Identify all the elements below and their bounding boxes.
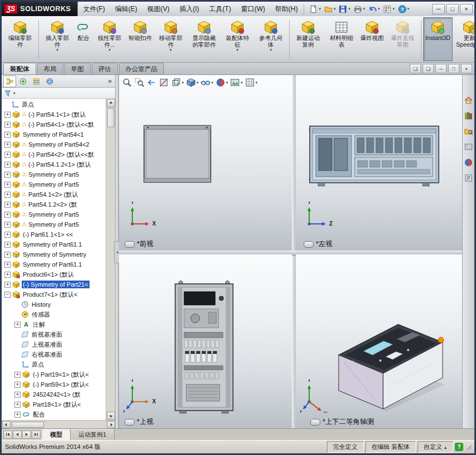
tree-item[interactable]: +24524242<1> (默 [2,389,106,399]
tree-item[interactable]: +⚠Symmetry of Part54<2 [2,139,106,149]
scroll-up-button[interactable] [107,99,115,107]
expand-toggle[interactable]: + [4,282,11,288]
first-tab-button[interactable] [3,431,12,439]
left-view-model[interactable] [307,122,442,188]
tree-item[interactable]: +(-) Part19<1> (默认< [2,369,106,379]
expand-toggle[interactable]: + [14,392,21,398]
expand-toggle[interactable]: + [4,142,11,148]
dropdown-caret-icon[interactable]: ▾ [393,7,395,11]
tree-item[interactable]: +⚠Symmetry of Part5 [2,209,106,219]
menu-tools[interactable]: 工具(T) [204,2,236,17]
dropdown-caret-icon[interactable]: ▾ [270,48,272,52]
tree-item[interactable]: 原点 [2,99,106,109]
dropdown-caret-icon[interactable]: ▾ [236,48,239,52]
previous-tab-button[interactable] [13,431,22,439]
tree-item[interactable]: 原点 [2,359,106,369]
tree-item[interactable]: +⚠Symmetry of Part5 [2,179,106,189]
dropdown-caret-icon[interactable]: ▾ [363,7,365,11]
smart-fasteners-button[interactable]: 智能扣件 [126,17,154,61]
scroll-left-button[interactable] [2,421,11,428]
expand-toggle[interactable]: + [4,202,11,208]
tree-item[interactable]: +Symmetry of Part54<1 [2,129,106,139]
dropdown-caret-icon[interactable]: ▾ [408,7,410,11]
tab-布局[interactable]: 布局 [37,63,63,74]
dropdown-caret-icon[interactable]: ▾ [334,7,336,11]
panel-overflow-chevrons[interactable]: » [106,77,113,85]
quick-tips-icon[interactable]: ? [455,443,463,451]
tree-item[interactable]: +⚠Symmetry of Part5 [2,219,106,229]
tab-办公室产品[interactable]: 办公室产品 [119,63,165,74]
view-orientation-button[interactable]: ▾ [170,77,185,88]
exploded-view-button[interactable]: 爆炸视图 [358,17,386,61]
update-speedpak-button[interactable]: 更新Speedpak [453,17,474,61]
tree-item[interactable]: 右视基准面 [2,349,106,359]
section-view-button[interactable] [158,77,170,88]
insert-component-button[interactable]: 插入零部件▾ [41,17,74,61]
next-tab-button[interactable] [22,431,31,439]
appearances-scenes-button[interactable] [463,157,474,168]
new-document-button[interactable]: ▾ [308,4,322,14]
dropdown-caret-icon[interactable]: ▾ [241,81,243,85]
resize-grip[interactable] [465,443,473,451]
tree-item[interactable]: History [2,299,106,309]
hide-show-items-button[interactable]: ▾ [200,77,214,88]
expand-toggle[interactable]: + [4,272,11,278]
tree-item[interactable]: +⚠(-) Part54.1.2<1> (默认 [2,159,106,169]
customize-menu[interactable]: 自定义 ▴ [418,441,453,453]
propertymanager-tab[interactable] [17,76,29,87]
filter-funnel-icon[interactable] [4,89,12,97]
tree-item[interactable]: +⚠Part54.1.2<2> (默 [2,199,106,209]
tree-item[interactable]: 前视基准面 [2,329,106,339]
viewport-left[interactable]: YZ *左视 [296,75,462,251]
maximize-button[interactable]: □ [446,4,459,14]
tree-item[interactable]: +(-) Part61.1<1> << [2,229,106,239]
move-component-button[interactable]: 移动零部件▾ [154,17,187,61]
scrollbar-thumb[interactable] [107,108,115,127]
menu-edit[interactable]: 编辑(E) [110,2,142,17]
display-style-button[interactable]: ▾ [185,77,200,88]
expand-toggle[interactable]: + [4,122,11,128]
tree-item[interactable]: +(-) Symmetry of Part21< [2,279,106,289]
tree-item[interactable]: +Symmetry of Symmetry [2,249,106,259]
cascade-window-icon[interactable]: ❏ [423,64,434,73]
edit-appearance-button[interactable]: ▾ [215,77,229,88]
show-hidden-components-button[interactable]: 显示隐藏的零部件 [187,17,221,61]
tree-item[interactable]: +Symmetry of Part61.1 [2,239,106,249]
print-document-button[interactable]: ▾ [352,4,366,14]
tree-item[interactable]: +(-) Part59<1> (默认< [2,379,106,389]
dropdown-caret-icon[interactable]: ▾ [319,7,321,11]
save-document-button[interactable]: ▾ [337,4,351,14]
doc-minimize-button[interactable]: ─ [435,64,447,73]
expand-toggle[interactable]: + [4,132,11,138]
configurationmanager-tab[interactable] [30,76,43,87]
bill-of-materials-button[interactable]: 材料明细表 [325,17,358,61]
custom-properties-button[interactable] [463,173,474,183]
assembly-features-button[interactable]: 装配体特征▾ [221,17,254,61]
tab-草图[interactable]: 草图 [65,63,91,74]
tile-window-icon[interactable]: ❏ [410,64,421,73]
dropdown-caret-icon[interactable]: ▾ [197,81,199,85]
doc-close-button[interactable]: × [461,64,472,73]
instant3d-button[interactable]: Instant3D [423,17,453,61]
tree-item[interactable]: 上视基准面 [2,339,106,349]
view-palette-button[interactable] [463,142,474,152]
viewport-isometric[interactable]: YXZ *上下二等角轴测 [296,254,462,428]
scroll-right-button[interactable] [107,421,115,428]
isometric-view-model[interactable] [330,302,447,413]
zoom-fit-button[interactable] [121,77,133,88]
dropdown-caret-icon[interactable]: ▾ [56,48,58,52]
tree-item[interactable]: +Symmetry of Part61.1 [2,259,106,269]
expand-toggle[interactable]: + [4,252,11,258]
linear-component-pattern-button[interactable]: 线性零部件...▾ [93,17,126,61]
dropdown-caret-icon[interactable]: ▾ [108,48,111,52]
menu-view[interactable]: 视图(V) [142,2,175,17]
expand-toggle[interactable]: + [4,112,11,118]
expand-toggle[interactable]: + [14,322,21,328]
options-button[interactable]: ▾ [381,4,396,14]
dropdown-caret-icon[interactable]: ▾ [378,7,380,11]
scroll-down-button[interactable] [107,412,115,420]
apply-scene-button[interactable]: ▾ [229,77,244,88]
tree-item[interactable]: +⚠Part54.1<2> (默认 [2,189,106,199]
mate-button[interactable]: 配合 [74,17,93,61]
dropdown-caret-icon[interactable]: ▾ [256,81,258,85]
